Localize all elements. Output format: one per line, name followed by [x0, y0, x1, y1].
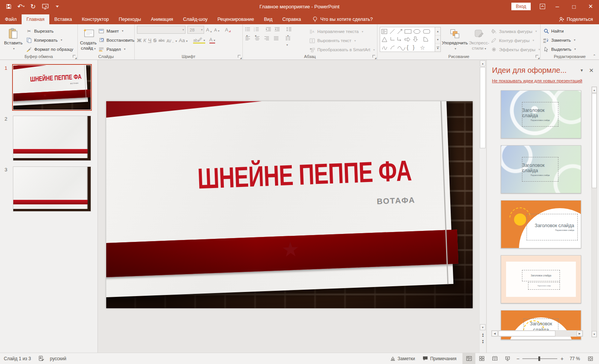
convert-smartart-button[interactable]: Преобразовать в SmartArt	[310, 46, 375, 53]
justify-icon[interactable]	[274, 36, 279, 41]
highlight-color-icon[interactable]: ab🖉	[193, 37, 205, 44]
shape-effects-button[interactable]: Эффекты фигуры	[491, 46, 540, 53]
tab-transitions[interactable]: Переходы	[114, 14, 146, 24]
bold-icon[interactable]: Ж	[137, 38, 141, 43]
sign-in-button[interactable]: Вход	[511, 3, 531, 10]
clear-format-icon[interactable]: А◢	[225, 27, 231, 33]
notes-button[interactable]: Заметки	[387, 353, 419, 364]
customize-qat-icon[interactable]: ▾	[54, 3, 61, 10]
design-scroll-down[interactable]: ▼	[592, 331, 597, 337]
font-dialog-launcher[interactable]	[237, 55, 241, 58]
panel-close-icon[interactable]: ✕	[587, 67, 595, 74]
drawing-dialog-launcher[interactable]	[535, 55, 539, 58]
design-hscroll-thumb[interactable]	[498, 331, 555, 336]
minimize-button[interactable]: ─	[549, 0, 566, 13]
shapes-scroll-down[interactable]: ▼	[435, 36, 440, 44]
zoom-percentage[interactable]: 77 %	[566, 353, 584, 364]
design-hscroll-left[interactable]: ◀	[492, 331, 498, 336]
decrease-font-icon[interactable]: А▼	[214, 28, 220, 32]
new-slide-button[interactable]: Создать слайд	[80, 26, 97, 53]
shapes-scroll-up[interactable]: ▲	[435, 27, 440, 36]
zoom-slider-track[interactable]	[522, 358, 557, 359]
collapse-ribbon-icon[interactable]: ⌃	[593, 54, 596, 58]
tab-file[interactable]: Файл	[0, 14, 22, 24]
tab-home[interactable]: Главная	[22, 14, 50, 24]
ribbon-display-options-icon[interactable]	[536, 0, 549, 13]
clipboard-dialog-launcher[interactable]	[72, 55, 76, 58]
paste-button[interactable]: Вставить	[2, 26, 24, 53]
normal-view-button[interactable]	[462, 353, 475, 364]
align-text-button[interactable]: Выровнять текст	[310, 37, 375, 44]
text-direction-button[interactable]: A Направление текста	[310, 28, 375, 35]
scroll-down-arrow[interactable]: ▼	[480, 324, 486, 330]
close-button[interactable]: ✕	[582, 0, 599, 13]
columns-icon[interactable]	[285, 36, 291, 41]
strikethrough-icon[interactable]: abc	[159, 38, 165, 42]
save-icon[interactable]	[5, 3, 12, 10]
redo-icon[interactable]: ↻	[30, 3, 36, 10]
design-scroll-thumb[interactable]	[592, 93, 597, 188]
align-center-icon[interactable]	[255, 36, 260, 41]
slide-indicator[interactable]: Слайд 1 из 3	[0, 353, 35, 364]
tab-insert[interactable]: Вставка	[49, 14, 77, 24]
slide-3-thumbnail[interactable]	[13, 167, 91, 211]
font-color-icon[interactable]: А	[209, 37, 215, 44]
slide-canvas[interactable]: ШНЕЙНЕ ПЕППЕ ФА ВОТАФА ★	[106, 101, 473, 308]
text-shadow-icon[interactable]: S	[153, 38, 157, 43]
design-scroll-up[interactable]: ▲	[592, 87, 597, 93]
slide-subtitle[interactable]: ВОТАФА	[377, 196, 416, 206]
share-button[interactable]: Поделиться	[559, 17, 599, 24]
zoom-in-button[interactable]: +	[560, 356, 563, 362]
font-name-combo[interactable]: ▾	[137, 26, 186, 34]
tab-animations[interactable]: Анимация	[146, 14, 178, 24]
reading-view-button[interactable]	[488, 353, 501, 364]
char-spacing-icon[interactable]: AV↔	[167, 38, 177, 43]
find-button[interactable]: Найти	[543, 27, 576, 35]
design-idea-1[interactable]: Заголовок слайда Подзаголовок слайда	[501, 90, 581, 138]
increase-indent-icon[interactable]	[274, 27, 280, 32]
dismiss-ideas-link[interactable]: Не показывать идеи для новых презентаций	[492, 78, 594, 83]
format-painter-button[interactable]: Формат по образцу	[26, 45, 73, 53]
tell-me-box[interactable]: Что вы хотите сделать?	[313, 16, 373, 24]
next-slide-button[interactable]: ▼▼	[480, 340, 486, 344]
replace-button[interactable]: abac Заменить	[543, 36, 576, 44]
tab-slideshow[interactable]: Слайд-шоу	[178, 14, 212, 24]
change-case-icon[interactable]: Aa	[179, 38, 188, 43]
line-spacing-icon[interactable]	[286, 27, 292, 32]
zoom-out-button[interactable]: −	[516, 356, 519, 362]
design-idea-4[interactable]: Заголовок слайда Подзаголовок слайда	[501, 255, 581, 303]
comments-button[interactable]: Примечания	[419, 353, 460, 364]
layout-button[interactable]: Макет	[98, 27, 135, 35]
cut-button[interactable]: ✂ Вырезать	[26, 27, 73, 35]
scroll-up-arrow[interactable]: ▲	[480, 60, 486, 66]
undo-icon[interactable]: ↶▾	[17, 3, 24, 10]
increase-font-icon[interactable]: А▲	[206, 27, 212, 33]
underline-icon[interactable]: Ч	[148, 38, 151, 43]
copy-button[interactable]: Копировать	[26, 36, 73, 44]
scrollbar-thumb[interactable]	[480, 67, 486, 148]
shapes-gallery[interactable]: { } ☆	[380, 27, 435, 52]
slide-1-thumbnail[interactable]: ШНЕЙНЕ ПЕППЕ ФА ВОТАФА ★	[13, 65, 91, 110]
numbering-icon[interactable]: 123	[254, 27, 259, 32]
previous-slide-button[interactable]: ▲▲	[480, 333, 486, 337]
start-slideshow-icon[interactable]	[42, 3, 49, 10]
tab-help[interactable]: Справка	[277, 14, 306, 24]
panel-options-caret-icon[interactable]: ▼	[576, 68, 588, 72]
align-right-icon[interactable]	[264, 36, 270, 41]
tab-design[interactable]: Конструктор	[77, 14, 114, 24]
design-idea-2[interactable]: Заголовок слайда Подзаголовок слайда	[501, 145, 581, 193]
decrease-indent-icon[interactable]	[266, 27, 271, 32]
paragraph-dialog-launcher[interactable]	[372, 55, 376, 58]
slide-sorter-view-button[interactable]	[475, 353, 488, 364]
shapes-gallery-more[interactable]: ▼	[435, 44, 440, 52]
fit-to-window-button[interactable]	[584, 353, 597, 364]
select-button[interactable]: Выделить	[543, 45, 576, 53]
align-left-icon[interactable]	[245, 36, 251, 41]
zoom-slider-thumb[interactable]	[538, 356, 540, 361]
arrange-button[interactable]: Упорядочить	[442, 26, 467, 53]
quick-styles-button[interactable]: Экспресс- стили	[469, 26, 489, 53]
slide-title[interactable]: ШНЕЙНЕ ПЕППЕ ФА	[122, 153, 421, 198]
reset-button[interactable]: Восстановить	[98, 36, 135, 44]
maximize-button[interactable]: □	[566, 0, 582, 13]
tab-view[interactable]: Вид	[259, 14, 278, 24]
